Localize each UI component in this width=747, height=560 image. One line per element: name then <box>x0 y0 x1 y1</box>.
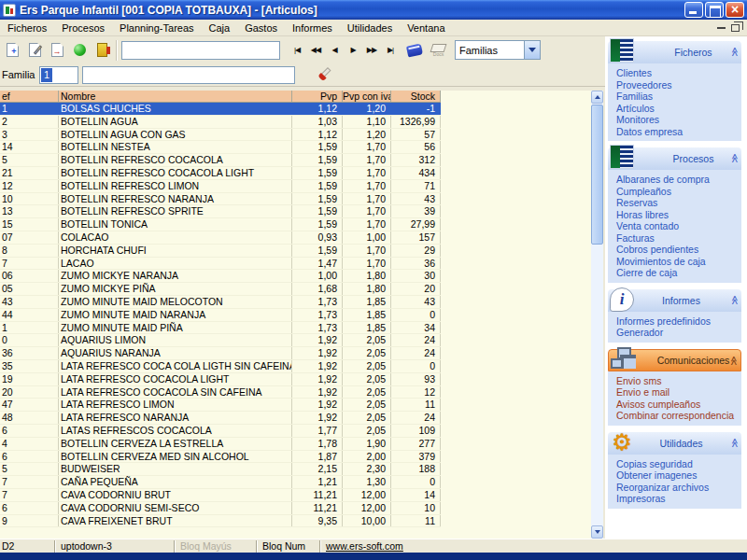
sidebar-item-cumplea-os[interactable]: Cumpleaños <box>616 186 741 198</box>
table-row[interactable]: 20LATA REFRESCO COCACOLA SIN CAFEINA1,92… <box>0 386 441 399</box>
table-row[interactable]: 9CAVA FREIXENET BRUT9,3510,0011 <box>0 515 441 528</box>
familia-code-field[interactable]: 1 <box>39 66 78 84</box>
table-row[interactable]: 8HORCHATA CHUFI1,591,7029 <box>0 245 441 258</box>
sidebar-item-albaranes-de-compra[interactable]: Albaranes de compra <box>616 174 741 186</box>
table-row[interactable]: 15BOTELLIN TONICA1,591,7027,99 <box>0 218 441 231</box>
confirm-button[interactable] <box>69 40 90 61</box>
menu-procesos[interactable]: Procesos <box>54 21 112 35</box>
close-button[interactable] <box>726 2 744 18</box>
sidebar-item-reorganizar-archivos[interactable]: Reorganizar archivos <box>616 482 741 494</box>
docs-button[interactable]: Docs <box>431 44 445 57</box>
menu-gastos[interactable]: Gastos <box>237 21 285 35</box>
table-row[interactable]: 1ZUMO MINUTE MAID PIÑA1,731,8534 <box>0 322 441 335</box>
combobox-dropdown-button[interactable] <box>524 41 540 59</box>
clear-filter-brush-icon[interactable] <box>316 66 332 83</box>
menu-ventana[interactable]: Ventana <box>400 21 452 35</box>
table-row[interactable]: 07COLACAO0,931,00157 <box>0 231 441 245</box>
minimize-button[interactable] <box>684 2 703 18</box>
column-header-pvp-con-iva[interactable]: Pvp con iva <box>343 91 391 102</box>
mdi-restore-icon[interactable] <box>731 24 740 32</box>
nav-prev-page-icon[interactable]: ◀◀ <box>306 41 325 60</box>
sidebar-item-reservas[interactable]: Reservas <box>616 197 741 209</box>
sidebar-item-clientes[interactable]: Clientes <box>616 67 741 79</box>
table-row[interactable]: 1BOLSAS CHUCHES1,121,20-1 <box>0 103 441 116</box>
sidebar-header-ficheros[interactable]: Ficheros≫ <box>608 41 741 63</box>
menu-caja[interactable]: Caja <box>202 21 238 35</box>
sidebar-item-generador[interactable]: Generador <box>616 327 741 339</box>
menu-planning-tareas[interactable]: Planning-Tareas <box>112 21 202 35</box>
nav-first-icon[interactable]: |◀ <box>288 41 306 60</box>
exit-button[interactable] <box>92 40 112 61</box>
table-row[interactable]: 43ZUMO MINUTE MAID MELOCOTON1,731,8543 <box>0 296 441 309</box>
sidebar-item-cobros-pendientes[interactable]: Cobros pendientes <box>616 244 741 256</box>
sidebar-item-informes-predefinidos[interactable]: Informes predefinidos <box>616 315 741 328</box>
table-row[interactable]: 4BOTELLIN CERVEZA LA ESTRELLA1,781,90277 <box>0 438 441 451</box>
sidebar-item-avisos-cumplea-os[interactable]: Avisos cumpleaños <box>616 399 741 411</box>
table-row[interactable]: 35LATA REFRESCO COCA COLA LIGTH SIN CAFE… <box>0 360 441 373</box>
new-record-button[interactable]: + <box>2 40 22 61</box>
collapse-chevron-icon[interactable]: ≫ <box>728 438 739 447</box>
familia-name-field[interactable] <box>82 66 295 84</box>
column-header-pvp[interactable]: Pvp <box>292 91 343 102</box>
edit-record-button[interactable] <box>24 40 45 61</box>
sidebar-header-comunicaciones[interactable]: Comunicaciones≫ <box>608 349 741 371</box>
table-row[interactable]: 5BUDWEISER2,152,30188 <box>0 463 441 476</box>
sidebar-item-facturas[interactable]: Facturas <box>616 232 741 245</box>
table-row[interactable]: 7CAVA CODORNIU BRUT11,2112,0014 <box>0 489 441 502</box>
sidebar-item-copias-seguridad[interactable]: Copias seguridad <box>616 458 741 470</box>
collapse-chevron-icon[interactable]: ≫ <box>728 295 739 304</box>
sidebar-item-movimientos-de-caja[interactable]: Movimientos de caja <box>616 256 741 268</box>
table-row[interactable]: 21BOTELLIN REFRESCO COCACOLA LIGHT1,591,… <box>0 167 441 180</box>
sidebar-item-envio-e-mail[interactable]: Envio e mail <box>616 386 741 399</box>
table-row[interactable]: 36AQUARIUS NARANJA1,922,0524 <box>0 347 441 360</box>
sidebar-item-envio-sms[interactable]: Envio sms <box>616 375 741 387</box>
scroll-up-arrow-icon[interactable] <box>591 91 603 104</box>
column-header-nombre[interactable]: Nombre <box>59 91 292 102</box>
table-row[interactable]: 6CAVA CODORNIU SEMI-SECO11,2112,0010 <box>0 502 441 515</box>
table-row[interactable]: 0AQUARIUS LIMON1,922,0524 <box>0 334 441 347</box>
table-row[interactable]: 2BOTELLIN AGUA1,031,101326,99 <box>0 116 441 129</box>
table-row[interactable]: 12BOTELLIN REFRESCO LIMON1,591,7071 <box>0 180 441 193</box>
mdi-minimize-icon[interactable] <box>717 26 726 29</box>
sidebar-item-monitores[interactable]: Monitores <box>616 114 741 126</box>
collapse-chevron-icon[interactable]: ≫ <box>728 153 739 162</box>
column-header-stock[interactable]: Stock <box>391 91 441 102</box>
collapse-chevron-icon[interactable]: ≫ <box>727 356 738 365</box>
sidebar-item-art-culos[interactable]: Artículos <box>616 103 741 115</box>
table-row[interactable]: 6LATAS REFRESCOS COCACOLA1,772,05109 <box>0 425 441 438</box>
book-button[interactable] <box>402 40 422 61</box>
table-row[interactable]: 6BOTELLIN CERVEZA MED SIN ALCOHOL1,872,0… <box>0 451 441 464</box>
sidebar-item-combinar-correspondencia[interactable]: Combinar correspondencia <box>616 410 741 422</box>
sidebar-item-familias[interactable]: Familias <box>616 91 741 103</box>
sidebar-header-utilidades[interactable]: ⚙Utilidades≫ <box>608 432 741 455</box>
maximize-button[interactable] <box>705 2 724 18</box>
nav-next-page-icon[interactable]: ▶▶ <box>362 41 381 60</box>
table-row[interactable]: 10BOTELLIN REFRESCO NARANJA1,591,7043 <box>0 193 441 206</box>
nav-prev-icon[interactable]: ◀ <box>325 41 344 60</box>
table-row[interactable]: 44ZUMO MINUTE MAID NARANJA1,731,850 <box>0 309 441 322</box>
sidebar-item-horas-libres[interactable]: Horas libres <box>616 209 741 221</box>
nav-last-icon[interactable]: ▶| <box>381 41 400 60</box>
scrollbar-thumb[interactable] <box>591 105 603 245</box>
view-selector-combobox[interactable]: Familias <box>455 40 541 60</box>
table-row[interactable]: 06ZUMO MICKYE NARANJA1,001,8030 <box>0 270 441 283</box>
table-row[interactable]: 7LACAO1,471,7036 <box>0 258 441 271</box>
sidebar-item-cierre-de-caja[interactable]: Cierre de caja <box>616 267 741 279</box>
menu-ficheros[interactable]: Ficheros <box>0 21 54 35</box>
nav-next-icon[interactable]: ▶ <box>344 41 362 60</box>
table-row[interactable]: 5BOTELLIN REFRESCO COCACOLA1,591,70312 <box>0 154 441 167</box>
sidebar-item-obtener-imagenes[interactable]: Obtener imagenes <box>616 469 741 482</box>
sidebar-item-venta-contado[interactable]: Venta contado <box>616 220 741 232</box>
vertical-scrollbar[interactable] <box>591 91 603 539</box>
column-header-ef[interactable]: ef <box>0 91 59 102</box>
collapse-chevron-icon[interactable]: ≫ <box>728 47 739 56</box>
table-row[interactable]: 13BOTELLIN REFRESCO SPRITE1,591,7039 <box>0 205 441 218</box>
table-row[interactable]: 47LATA REFRESCO LIMON1,922,0511 <box>0 399 441 412</box>
sidebar-header-informes[interactable]: iInformes≫ <box>608 289 741 312</box>
menu-utilidades[interactable]: Utilidades <box>340 21 400 35</box>
search-input[interactable] <box>121 41 280 60</box>
table-row[interactable]: 7CAÑA PEQUEÑA1,211,300 <box>0 476 441 489</box>
table-row[interactable]: 3BOTELLIN AGUA CON GAS1,121,2057 <box>0 129 441 142</box>
sidebar-item-datos-empresa[interactable]: Datos empresa <box>616 126 741 138</box>
sidebar-header-procesos[interactable]: Procesos≫ <box>608 147 741 170</box>
